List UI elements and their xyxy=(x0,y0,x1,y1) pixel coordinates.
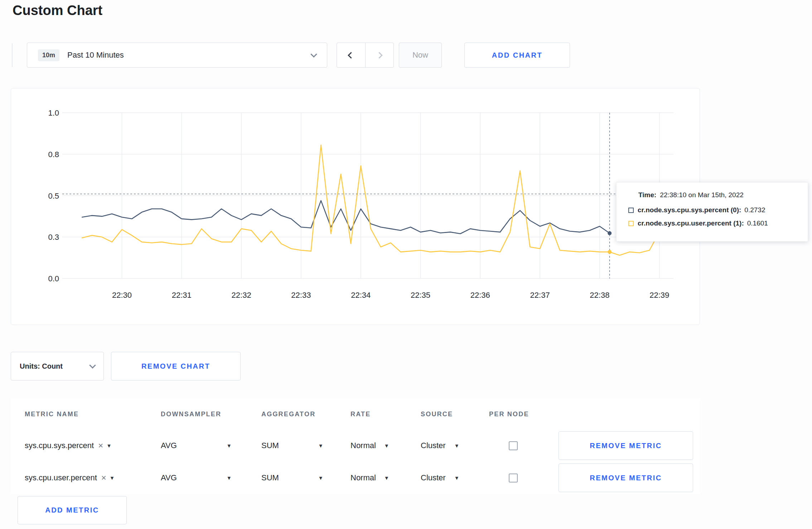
time-nav-group xyxy=(337,43,394,68)
remove-metric-button[interactable]: REMOVE METRIC xyxy=(559,431,693,460)
chevron-down-icon xyxy=(89,362,96,368)
metric-name-value: sys.cpu.sys.percent xyxy=(25,441,94,450)
remove-metric-button[interactable]: REMOVE METRIC xyxy=(559,464,693,492)
svg-text:0.0: 0.0 xyxy=(48,274,59,283)
aggregator-select[interactable]: SUM▾ xyxy=(261,473,322,482)
source-select[interactable]: Cluster▾ xyxy=(421,441,458,450)
col-aggregator: AGGREGATOR xyxy=(261,411,351,418)
svg-text:0.5: 0.5 xyxy=(48,191,59,200)
chevron-down-icon: ▾ xyxy=(107,443,111,449)
svg-text:22:36: 22:36 xyxy=(470,291,490,300)
table-row: sys.cpu.sys.percent × ▾ AVG▾ SUM▾ Normal… xyxy=(11,429,700,462)
aggregator-select[interactable]: SUM▾ xyxy=(261,441,322,450)
metrics-chart[interactable]: 1.00.80.50.30.022:3022:3122:3222:3322:34… xyxy=(11,88,700,325)
tooltip-entry-sys: cr.node.sys.cpu.sys.percent (0): 0.2732 xyxy=(628,206,808,214)
units-select[interactable]: Units: Count xyxy=(11,352,104,380)
time-range-select[interactable]: 10m Past 10 Minutes xyxy=(27,43,327,68)
chevron-left-icon xyxy=(348,52,354,58)
units-label: Units: Count xyxy=(20,362,63,370)
svg-text:22:33: 22:33 xyxy=(291,291,311,300)
chevron-down-icon: ▾ xyxy=(385,443,388,449)
col-per-node: PER NODE xyxy=(489,411,559,418)
downsampler-value: AVG xyxy=(161,473,177,482)
svg-text:22:37: 22:37 xyxy=(530,291,550,300)
svg-text:22:38: 22:38 xyxy=(590,291,609,300)
chevron-right-icon xyxy=(376,52,383,58)
remove-chart-button[interactable]: REMOVE CHART xyxy=(111,352,241,380)
chevron-down-icon xyxy=(310,51,317,57)
chevron-down-icon: ▾ xyxy=(385,475,388,481)
custom-chart-page: Custom Chart 10m Past 10 Minutes Now ADD… xyxy=(0,0,812,529)
aggregator-value: SUM xyxy=(261,441,279,450)
aggregator-value: SUM xyxy=(261,473,279,482)
metrics-table: METRIC NAME DOWNSAMPLER AGGREGATOR RATE … xyxy=(11,399,700,494)
chevron-down-icon: ▾ xyxy=(455,443,458,449)
downsampler-value: AVG xyxy=(161,441,177,450)
source-select[interactable]: Cluster▾ xyxy=(421,473,458,482)
next-range-button[interactable] xyxy=(365,43,394,67)
svg-text:1.0: 1.0 xyxy=(48,108,59,117)
source-value: Cluster xyxy=(421,473,446,482)
table-row: sys.cpu.user.percent × ▾ AVG▾ SUM▾ Norma… xyxy=(11,462,700,494)
col-metric-name: METRIC NAME xyxy=(25,411,161,418)
svg-text:22:39: 22:39 xyxy=(649,291,669,300)
rate-value: Normal xyxy=(351,473,376,482)
tooltip-entry-user: cr.node.sys.cpu.user.percent (1): 0.1601 xyxy=(628,219,808,227)
tooltip-user-label: cr.node.sys.cpu.user.percent (1): xyxy=(638,219,744,227)
clear-icon[interactable]: × xyxy=(101,474,106,482)
metric-name-value: sys.cpu.user.percent xyxy=(25,473,97,482)
chart-tooltip: Time:22:38:10 on Mar 15th, 2022 cr.node.… xyxy=(616,182,808,242)
downsampler-select[interactable]: AVG▾ xyxy=(161,441,231,450)
add-chart-button[interactable]: ADD CHART xyxy=(464,43,570,68)
downsampler-select[interactable]: AVG▾ xyxy=(161,473,231,482)
svg-text:0.8: 0.8 xyxy=(48,150,59,159)
tooltip-time: Time:22:38:10 on Mar 15th, 2022 xyxy=(638,191,808,199)
chart-card: 1.00.80.50.30.022:3022:3122:3222:3322:34… xyxy=(11,88,700,325)
chevron-down-icon: ▾ xyxy=(319,475,322,481)
tooltip-time-value: 22:38:10 on Mar 15th, 2022 xyxy=(660,191,743,199)
time-range-label: Past 10 Minutes xyxy=(67,50,304,60)
tooltip-user-value: 0.1601 xyxy=(747,219,768,227)
svg-text:0.3: 0.3 xyxy=(48,233,59,242)
metric-name-select[interactable]: sys.cpu.sys.percent × ▾ xyxy=(25,441,161,450)
chevron-down-icon: ▾ xyxy=(227,475,231,481)
chevron-down-icon: ▾ xyxy=(319,443,322,449)
tooltip-time-label: Time: xyxy=(638,191,656,199)
table-header-row: METRIC NAME DOWNSAMPLER AGGREGATOR RATE … xyxy=(11,399,700,429)
source-value: Cluster xyxy=(421,441,446,450)
col-rate: RATE xyxy=(351,411,421,418)
now-button[interactable]: Now xyxy=(399,43,442,68)
time-range-badge: 10m xyxy=(38,49,59,61)
chevron-down-icon: ▾ xyxy=(111,475,114,481)
col-source: SOURCE xyxy=(421,411,489,418)
svg-text:22:34: 22:34 xyxy=(351,291,371,300)
page-title: Custom Chart xyxy=(13,3,102,18)
svg-text:22:31: 22:31 xyxy=(172,291,192,300)
metric-name-select[interactable]: sys.cpu.user.percent × ▾ xyxy=(25,473,161,482)
chevron-down-icon: ▾ xyxy=(455,475,458,481)
rate-select[interactable]: Normal▾ xyxy=(351,441,388,450)
per-node-checkbox[interactable] xyxy=(509,474,518,482)
toolbar-divider xyxy=(12,43,13,67)
user-series-swatch-icon xyxy=(628,221,634,226)
sys-series-swatch-icon xyxy=(628,208,634,213)
tooltip-sys-label: cr.node.sys.cpu.sys.percent (0): xyxy=(638,206,741,214)
chevron-down-icon: ▾ xyxy=(227,443,231,449)
svg-text:22:35: 22:35 xyxy=(411,291,430,300)
per-node-checkbox[interactable] xyxy=(509,441,518,450)
svg-text:22:32: 22:32 xyxy=(232,291,251,300)
tooltip-sys-value: 0.2732 xyxy=(744,206,765,214)
rate-value: Normal xyxy=(351,441,376,450)
rate-select[interactable]: Normal▾ xyxy=(351,473,388,482)
svg-text:22:30: 22:30 xyxy=(112,291,132,300)
clear-icon[interactable]: × xyxy=(98,441,103,450)
add-metric-button[interactable]: ADD METRIC xyxy=(18,496,127,524)
col-downsampler: DOWNSAMPLER xyxy=(161,411,261,418)
prev-range-button[interactable] xyxy=(337,43,365,67)
